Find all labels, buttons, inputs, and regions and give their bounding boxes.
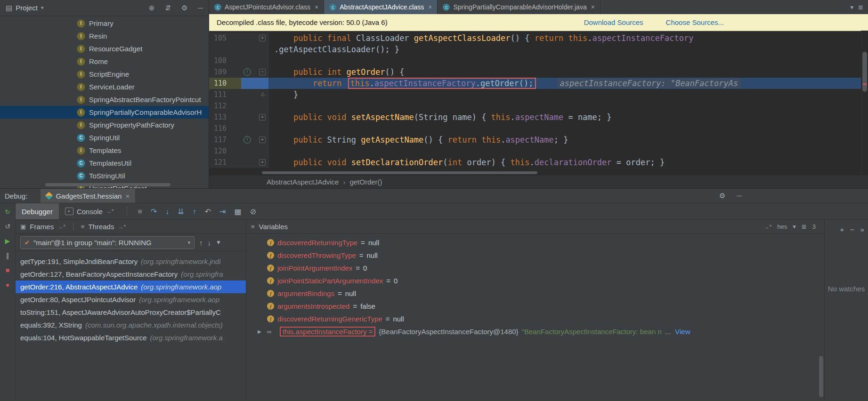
- editor-tab[interactable]: cSpringPartiallyComparableAdvisorHolder.…: [438, 0, 600, 14]
- stack-frame[interactable]: equals:392, XString(com.sun.org.apache.x…: [16, 319, 246, 331]
- error-stripe-mark[interactable]: [863, 83, 867, 85]
- collapse-expand-icon[interactable]: ⇵: [165, 4, 171, 12]
- tab-frames[interactable]: Frames: [30, 223, 54, 231]
- code-line[interactable]: 109↑− public int getOrder() {: [209, 66, 861, 78]
- overrides-method-icon[interactable]: ↑: [243, 68, 251, 76]
- fold-icon[interactable]: ⌂: [260, 92, 266, 97]
- tree-item[interactable]: IRome: [0, 55, 209, 68]
- jump-arrow-icon[interactable]: →*: [764, 224, 772, 230]
- scrollbar-thumb[interactable]: [862, 52, 867, 92]
- stack-frame[interactable]: getOrder:127, BeanFactoryAspectInstanceF…: [16, 268, 246, 281]
- variable-row[interactable]: fdiscoveredReturningType = null: [246, 236, 824, 249]
- restart-frame-icon[interactable]: ↺: [5, 223, 10, 230]
- tree-item[interactable]: ISpringPropertyPathFactory: [0, 119, 209, 131]
- previous-frame-icon[interactable]: ↑: [199, 239, 203, 247]
- close-icon[interactable]: ×: [591, 3, 595, 11]
- code-line[interactable]: 108: [209, 55, 861, 66]
- tab-console[interactable]: ▸ Console →*: [59, 203, 120, 219]
- step-over-icon[interactable]: ↷: [151, 208, 157, 216]
- code-line[interactable]: 121+ public void setDeclarationOrder(int…: [209, 157, 861, 168]
- choose-sources-link[interactable]: Choose Sources...: [666, 18, 724, 26]
- drop-frame-icon[interactable]: ↶: [205, 208, 211, 216]
- force-step-into-icon[interactable]: ⇊: [178, 208, 184, 216]
- add-watch-icon[interactable]: +: [840, 225, 844, 233]
- tree-item[interactable]: CTemplatesUtil: [0, 157, 209, 169]
- chevron-down-icon[interactable]: ▾: [793, 223, 796, 230]
- hide-panel-icon[interactable]: »: [860, 225, 864, 233]
- settings-gear-icon[interactable]: ⚙: [181, 4, 187, 12]
- stack-frame[interactable]: getOrder:80, AspectJPointcutAdvisor(org.…: [16, 293, 246, 306]
- resume-icon[interactable]: ▶: [5, 237, 10, 245]
- tabs-list-icon[interactable]: ≣: [858, 4, 863, 11]
- run-to-cursor-icon[interactable]: ⇥: [219, 208, 226, 216]
- horizontal-scrollbar[interactable]: [262, 171, 537, 174]
- code-line[interactable]: 116: [209, 123, 861, 134]
- hide-panel-icon[interactable]: ─: [198, 4, 203, 12]
- editor-tab[interactable]: cAspectJPointcutAdvisor.class×: [209, 0, 324, 14]
- tabs-dropdown-icon[interactable]: ▾: [851, 4, 854, 11]
- fold-icon[interactable]: +: [259, 159, 266, 166]
- vertical-scrollbar[interactable]: [861, 31, 868, 176]
- tree-item[interactable]: CSpringUtil: [0, 131, 209, 144]
- tree-item[interactable]: ISpringAbstractBeanFactoryPointcut: [0, 93, 209, 106]
- fold-icon[interactable]: −: [259, 69, 266, 75]
- next-frame-icon[interactable]: ↓: [208, 239, 211, 247]
- fold-icon[interactable]: +: [259, 136, 266, 143]
- stack-frame[interactable]: equals:104, HotSwappableTargetSource(org…: [16, 331, 246, 344]
- editor-tab[interactable]: cAbstractAspectJAdvice.class×: [324, 0, 438, 14]
- horizontal-scrollbar[interactable]: [45, 183, 170, 186]
- tree-item[interactable]: IScriptEngine: [0, 68, 209, 80]
- rerun-icon[interactable]: ↻: [5, 208, 10, 216]
- close-icon[interactable]: ×: [125, 192, 130, 200]
- code-line[interactable]: 113+ public void setAspectName(String na…: [209, 112, 861, 123]
- execution-line[interactable]: 110 return this.aspectInstanceFactory.ge…: [209, 78, 861, 89]
- mute-breakpoints-icon[interactable]: ⊘: [250, 208, 256, 216]
- variable-row[interactable]: fjoinPointStaticPartArgumentIndex = 0: [246, 274, 824, 287]
- code-editor[interactable]: 105+ public final ClassLoader getAspectC…: [209, 31, 861, 172]
- code-line[interactable]: 120: [209, 145, 861, 157]
- locate-file-icon[interactable]: ⊕: [149, 4, 155, 12]
- code-line[interactable]: 117↑+ public String getAspectName() { re…: [209, 134, 861, 145]
- remove-watch-icon[interactable]: −: [850, 225, 854, 233]
- code-line[interactable]: .getAspectClassLoader(); }: [209, 44, 861, 55]
- stack-frame[interactable]: getOrder:216, AbstractAspectJAdvice(org.…: [16, 281, 246, 293]
- code-line[interactable]: 105+ public final ClassLoader getAspectC…: [209, 32, 861, 44]
- download-sources-link[interactable]: Download Sources: [584, 18, 643, 26]
- code-line[interactable]: 111⌂ }: [209, 89, 861, 100]
- tab-threads[interactable]: Threads: [88, 223, 114, 231]
- filter-frames-icon[interactable]: ▼: [216, 239, 221, 246]
- code-line[interactable]: 112: [209, 100, 861, 112]
- variable-row[interactable]: fjoinPointArgumentIndex = 0: [246, 262, 824, 274]
- tree-item[interactable]: CToStringUtil: [0, 169, 209, 182]
- expand-icon[interactable]: ▶: [258, 329, 264, 334]
- close-icon[interactable]: ×: [315, 3, 318, 11]
- pause-icon[interactable]: ∥: [6, 252, 9, 259]
- layout-menu-icon[interactable]: ≡: [138, 208, 142, 216]
- variable-row[interactable]: fdiscoveredThrowingType = null: [246, 249, 824, 262]
- view-link[interactable]: View: [675, 328, 690, 336]
- variable-row[interactable]: fargumentBindings = null: [246, 287, 824, 300]
- layout-icon[interactable]: ≣: [802, 223, 807, 230]
- breadcrumb-method[interactable]: getOrder(): [349, 178, 382, 186]
- tree-item[interactable]: IServiceLoader: [0, 80, 209, 93]
- tree-item[interactable]: IPrimary: [0, 17, 209, 30]
- thread-selector[interactable]: ✔ "main"@1 in group "main": RUNNING ▾: [20, 236, 195, 249]
- variable-row[interactable]: fdiscoveredReturningGenericType = null: [246, 313, 824, 325]
- stack-frame[interactable]: toString:151, AspectJAwareAdvisorAutoPro…: [16, 306, 246, 319]
- overrides-method-icon[interactable]: ↑: [243, 136, 251, 144]
- step-into-icon[interactable]: ↓: [165, 208, 169, 216]
- project-title[interactable]: Project: [16, 4, 38, 12]
- tab-debugger[interactable]: Debugger: [16, 203, 59, 219]
- hide-panel-icon[interactable]: ─: [737, 192, 742, 200]
- variable-row[interactable]: ▶∞this.aspectInstanceFactory ={BeanFacto…: [246, 325, 824, 338]
- settings-gear-icon[interactable]: ⚙: [719, 192, 725, 200]
- tree-item[interactable]: IResourceGadget: [0, 42, 209, 55]
- debug-session-tab[interactable]: GadgetsTest.hessian ×: [41, 189, 135, 203]
- variable-row[interactable]: fargumentsIntrospected = false: [246, 300, 824, 313]
- chevron-down-icon[interactable]: ▾: [41, 5, 44, 11]
- view-breakpoints-grid-icon[interactable]: ▦: [235, 208, 242, 216]
- breadcrumb-class[interactable]: AbstractAspectJAdvice: [267, 178, 339, 186]
- jump-arrow-icon[interactable]: →*: [57, 224, 65, 230]
- fold-icon[interactable]: +: [259, 35, 266, 41]
- close-icon[interactable]: ×: [428, 3, 432, 11]
